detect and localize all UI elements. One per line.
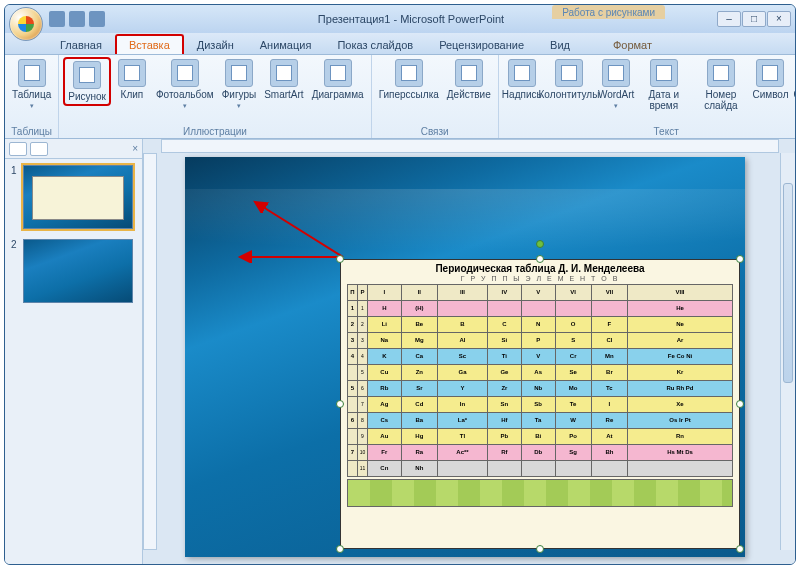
group-text: Надпись Колонтитулы WordArt▾ Дата и врем… xyxy=(499,55,796,138)
textbox-icon xyxy=(508,59,536,87)
group-links: Гиперссылка Действие Связи xyxy=(372,55,499,138)
tab-slides-icon[interactable] xyxy=(9,142,27,156)
app-window: Презентация1 - Microsoft PowerPoint Рабо… xyxy=(4,4,796,565)
close-button[interactable]: × xyxy=(767,11,791,27)
maximize-button[interactable]: □ xyxy=(742,11,766,27)
tab-format[interactable]: Формат xyxy=(600,35,665,54)
inserted-picture[interactable]: Периодическая таблица Д. И. Менделеева Г… xyxy=(340,259,740,549)
save-icon[interactable] xyxy=(49,11,65,27)
rotate-handle[interactable] xyxy=(536,240,544,248)
tab-animations[interactable]: Анимация xyxy=(247,35,325,54)
slide[interactable]: Периодическая таблица Д. И. Менделеева Г… xyxy=(185,157,745,557)
btn-textbox[interactable]: Надпись xyxy=(503,57,541,102)
tab-view[interactable]: Вид xyxy=(537,35,583,54)
group-label-text: Текст xyxy=(654,125,679,137)
btn-datetime[interactable]: Дата и время xyxy=(637,57,690,113)
scrollbar-thumb[interactable] xyxy=(783,183,793,383)
resize-handle-tr[interactable] xyxy=(736,255,744,263)
picture-icon xyxy=(73,61,101,89)
tab-insert[interactable]: Вставка xyxy=(115,34,184,54)
panel-tabs: × xyxy=(5,139,142,159)
tab-home[interactable]: Главная xyxy=(47,35,115,54)
group-label-tables: Таблицы xyxy=(11,125,52,137)
panel-close-icon[interactable]: × xyxy=(132,143,138,154)
photoalbum-icon xyxy=(171,59,199,87)
vertical-ruler xyxy=(143,153,157,550)
ribbon-tabs: Главная Вставка Дизайн Анимация Показ сл… xyxy=(5,33,795,55)
btn-chart[interactable]: Диаграмма xyxy=(309,57,367,102)
resize-handle-bl[interactable] xyxy=(336,545,344,553)
horizontal-ruler xyxy=(161,139,779,153)
undo-icon[interactable] xyxy=(69,11,85,27)
btn-slidenumber[interactable]: Номер слайда xyxy=(692,57,749,113)
group-tables: Таблица▾ Таблицы xyxy=(5,55,59,138)
resize-handle-tm[interactable] xyxy=(536,255,544,263)
btn-shapes[interactable]: Фигуры▾ xyxy=(219,57,259,113)
symbol-icon xyxy=(756,59,784,87)
slide-canvas-area: Периодическая таблица Д. И. Менделеева Г… xyxy=(143,139,795,564)
title-bar: Презентация1 - Microsoft PowerPoint Рабо… xyxy=(5,5,795,33)
minimize-button[interactable]: – xyxy=(717,11,741,27)
slidenumber-icon xyxy=(707,59,735,87)
tab-slideshow[interactable]: Показ слайдов xyxy=(324,35,426,54)
btn-picture[interactable]: Рисунок xyxy=(63,57,111,106)
btn-table[interactable]: Таблица▾ xyxy=(9,57,54,113)
periodic-table: ПРIIIIIIIVVVIVIIVIII 11H(H)He22LiBeBCNOF… xyxy=(347,284,733,477)
table-icon xyxy=(18,59,46,87)
tab-design[interactable]: Дизайн xyxy=(184,35,247,54)
btn-action[interactable]: Действие xyxy=(444,57,494,102)
btn-symbol[interactable]: Символ xyxy=(751,57,789,102)
btn-wordart[interactable]: WordArt▾ xyxy=(597,57,635,113)
vertical-scrollbar[interactable] xyxy=(780,153,795,550)
ribbon: Таблица▾ Таблицы Рисунок Клип Фотоальбом… xyxy=(5,55,795,139)
wordart-icon xyxy=(602,59,630,87)
office-button[interactable] xyxy=(9,7,43,41)
btn-clipart[interactable]: Клип xyxy=(113,57,151,102)
workspace: × 1 2 xyxy=(5,139,795,564)
resize-handle-tl[interactable] xyxy=(336,255,344,263)
thumb-slide-1[interactable]: 1 xyxy=(11,165,136,229)
resize-handle-br[interactable] xyxy=(736,545,744,553)
datetime-icon xyxy=(650,59,678,87)
smartart-icon xyxy=(270,59,298,87)
contextual-title: Работа с рисунками xyxy=(552,5,665,19)
btn-hyperlink[interactable]: Гиперссылка xyxy=(376,57,442,102)
thumbnails: 1 2 xyxy=(5,159,142,309)
quick-access-toolbar xyxy=(49,11,105,27)
thumb-slide-2[interactable]: 2 xyxy=(11,239,136,303)
group-label-links: Связи xyxy=(421,125,449,137)
resize-handle-lm[interactable] xyxy=(336,400,344,408)
btn-headerfooter[interactable]: Колонтитулы xyxy=(543,57,595,102)
btn-smartart[interactable]: SmartArt xyxy=(261,57,306,102)
shapes-icon xyxy=(225,59,253,87)
headerfooter-icon xyxy=(555,59,583,87)
tab-review[interactable]: Рецензирование xyxy=(426,35,537,54)
hyperlink-icon xyxy=(395,59,423,87)
lanthanides-row xyxy=(347,479,733,507)
action-icon xyxy=(455,59,483,87)
tab-outline-icon[interactable] xyxy=(30,142,48,156)
resize-handle-rm[interactable] xyxy=(736,400,744,408)
picture-subtitle: Г Р У П П Ы Э Л Е М Е Н Т О В xyxy=(341,275,739,284)
btn-object[interactable]: Объект xyxy=(791,57,796,102)
svg-line-0 xyxy=(255,202,343,257)
redo-icon[interactable] xyxy=(89,11,105,27)
clipart-icon xyxy=(118,59,146,87)
btn-photoalbum[interactable]: Фотоальбом▾ xyxy=(153,57,217,113)
window-controls: – □ × xyxy=(717,11,791,27)
group-illustrations: Рисунок Клип Фотоальбом▾ Фигуры▾ SmartAr… xyxy=(59,55,371,138)
chart-icon xyxy=(324,59,352,87)
slide-panel: × 1 2 xyxy=(5,139,143,564)
group-label-illustrations: Иллюстрации xyxy=(183,125,247,137)
resize-handle-bm[interactable] xyxy=(536,545,544,553)
